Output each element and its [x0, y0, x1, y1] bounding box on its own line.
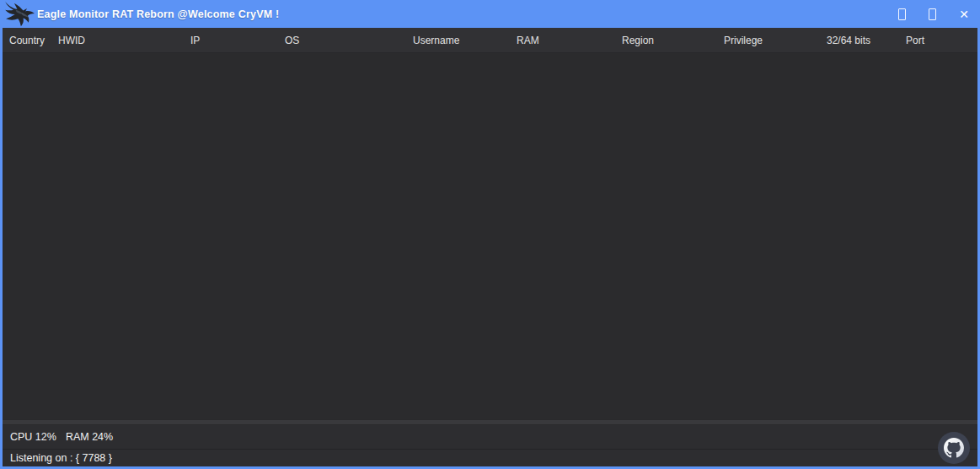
- window-controls: ✕: [898, 0, 969, 28]
- client-list-area[interactable]: [3, 53, 977, 419]
- ram-usage-label: RAM 24%: [66, 431, 113, 443]
- github-button[interactable]: [938, 432, 970, 464]
- column-header-ram[interactable]: RAM: [517, 35, 539, 46]
- column-header-hwid[interactable]: HWID: [58, 35, 85, 46]
- maximize-button[interactable]: [929, 8, 936, 20]
- column-header-privilege[interactable]: Privilege: [724, 35, 763, 46]
- cpu-usage-label: CPU 12%: [10, 431, 56, 443]
- column-header-country[interactable]: Country: [9, 35, 45, 46]
- minimize-button[interactable]: [898, 8, 906, 20]
- column-header-port[interactable]: Port: [906, 35, 924, 46]
- column-header-username[interactable]: Username: [413, 35, 459, 46]
- column-header-os[interactable]: OS: [285, 35, 299, 46]
- column-header-region[interactable]: Region: [622, 35, 654, 46]
- listening-port-label: Listening on : { 7788 }: [10, 452, 112, 464]
- client-table-header: Country HWID IP OS Username RAM Region P…: [3, 28, 977, 53]
- resource-status-bar: CPU 12% RAM 24%: [3, 425, 977, 449]
- github-octocat-icon: [944, 438, 964, 458]
- close-button[interactable]: ✕: [959, 8, 969, 20]
- app-window: Eagle Monitor RAT Reborn @Welcome CryVM …: [0, 0, 980, 469]
- listening-status-bar: Listening on : { 7788 }: [3, 449, 977, 466]
- window-title: Eagle Monitor RAT Reborn @Welcome CryVM …: [37, 8, 279, 20]
- horizontal-scrollbar-track[interactable]: [3, 419, 977, 425]
- titlebar[interactable]: Eagle Monitor RAT Reborn @Welcome CryVM …: [0, 0, 980, 28]
- column-header-ip[interactable]: IP: [190, 35, 200, 46]
- eagle-logo-icon: [3, 1, 37, 28]
- column-header-bits[interactable]: 32/64 bits: [827, 35, 870, 46]
